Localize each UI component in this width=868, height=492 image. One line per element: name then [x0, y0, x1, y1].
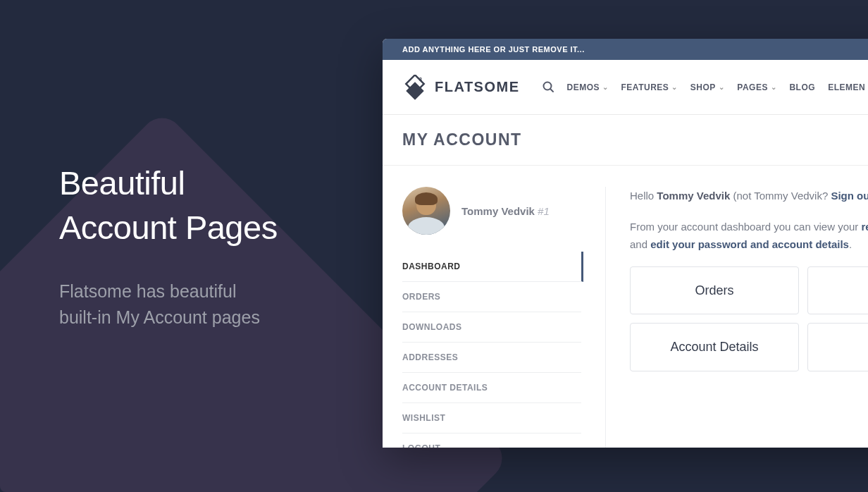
nav-features-label: FEATURES [621, 82, 669, 92]
user-name: Tommy Vedvik #1 [461, 205, 550, 217]
menu-orders[interactable]: ORDERS [402, 282, 581, 312]
signout-link[interactable]: Sign out [831, 190, 868, 202]
nav-shop[interactable]: SHOP ⌄ [690, 82, 725, 92]
main-nav: DEMOS ⌄ FEATURES ⌄ SHOP ⌄ PAGES ⌄ BLOG E… [542, 81, 866, 93]
account-body: Tommy Vedvik #1 DASHBOARD ORDERS DOWNLOA… [383, 166, 868, 448]
top-bar-message: ADD ANYTHING HERE OR JUST REMOVE IT... [402, 45, 585, 54]
nav-demos[interactable]: DEMOS ⌄ [567, 82, 609, 92]
logo[interactable]: 3 FLATSOME [402, 75, 520, 100]
hero-subtitle: Flatsome has beautiful built-in My Accou… [59, 278, 355, 331]
hero-title-line2: Account Pages [59, 209, 278, 246]
account-content: Hello Tommy Vedvik (not Tommy Vedvik? Si… [605, 187, 868, 448]
svg-rect-1 [406, 82, 423, 99]
top-bar: ADD ANYTHING HERE OR JUST REMOVE IT... A… [383, 39, 868, 60]
nav-features[interactable]: FEATURES ⌄ [621, 82, 678, 92]
menu-dashboard[interactable]: DASHBOARD [402, 252, 583, 282]
menu-addresses[interactable]: ADDRESSES [402, 343, 581, 373]
page-title-bar: MY ACCOUNT [383, 115, 868, 166]
edit-details-link[interactable]: edit your password and account details [650, 238, 849, 250]
nav-blog-label: BLOG [789, 82, 815, 92]
account-menu: DASHBOARD ORDERS DOWNLOADS ADDRESSES ACC… [402, 252, 581, 448]
hero-title: Beautiful Account Pages [59, 161, 355, 250]
user-badge: #1 [538, 205, 550, 217]
intro-text: From your account dashboard you can view… [630, 218, 868, 254]
tile-wishlist[interactable]: Wis [807, 323, 868, 371]
greeting-not: (not Tommy Vedvik? [730, 190, 831, 202]
avatar [402, 187, 450, 235]
nav-pages-label: PAGES [737, 82, 768, 92]
menu-wishlist[interactable]: WISHLIST [402, 403, 581, 433]
nav-blog[interactable]: BLOG [789, 82, 815, 92]
tile-orders[interactable]: Orders [630, 266, 799, 315]
menu-account-details[interactable]: ACCOUNT DETAILS [402, 373, 581, 403]
recent-orders-link[interactable]: recen [862, 221, 869, 233]
chevron-down-icon: ⌄ [719, 83, 725, 91]
chevron-down-icon: ⌄ [671, 83, 678, 91]
search-icon[interactable] [542, 81, 554, 93]
browser-window: ADD ANYTHING HERE OR JUST REMOVE IT... A… [383, 39, 868, 448]
menu-logout[interactable]: LOGOUT [402, 433, 581, 448]
tile-account-details[interactable]: Account Details [630, 323, 799, 371]
greeting-name: Tommy Vedvik [657, 190, 730, 202]
main-header: 3 FLATSOME DEMOS ⌄ FEATURES ⌄ SHOP [383, 60, 868, 115]
intro-part1: From your account dashboard you can view… [630, 221, 862, 233]
nav-elements-label: ELEMEN [828, 82, 865, 92]
intro-part2: and [630, 238, 650, 250]
greeting-prefix: Hello [630, 190, 657, 202]
intro-part3: . [849, 238, 852, 250]
svg-line-4 [550, 89, 553, 92]
user-name-text: Tommy Vedvik [461, 205, 535, 217]
chevron-down-icon: ⌄ [602, 83, 609, 91]
nav-demos-label: DEMOS [567, 82, 600, 92]
nav-shop-label: SHOP [690, 82, 716, 92]
dashboard-tiles: Orders Down Account Details Wis [630, 266, 868, 371]
tile-downloads[interactable]: Down [807, 266, 868, 315]
user-row: Tommy Vedvik #1 [402, 187, 581, 235]
page-title: MY ACCOUNT [402, 130, 868, 149]
nav-pages[interactable]: PAGES ⌄ [737, 82, 776, 92]
menu-downloads[interactable]: DOWNLOADS [402, 312, 581, 343]
nav-elements[interactable]: ELEMEN [828, 82, 865, 92]
logo-text: FLATSOME [435, 79, 520, 95]
account-sidebar: Tommy Vedvik #1 DASHBOARD ORDERS DOWNLOA… [402, 187, 581, 448]
hero-title-line1: Beautiful [59, 164, 185, 202]
hero-subtitle-line2: built-in My Account pages [59, 307, 260, 327]
chevron-down-icon: ⌄ [771, 83, 777, 91]
hero-section: Beautiful Account Pages Flatsome has bea… [59, 161, 355, 331]
greeting: Hello Tommy Vedvik (not Tommy Vedvik? Si… [630, 187, 868, 205]
svg-text:3: 3 [419, 77, 422, 82]
flatsome-logo-icon: 3 [402, 75, 428, 100]
hero-subtitle-line1: Flatsome has beautiful [59, 281, 237, 301]
